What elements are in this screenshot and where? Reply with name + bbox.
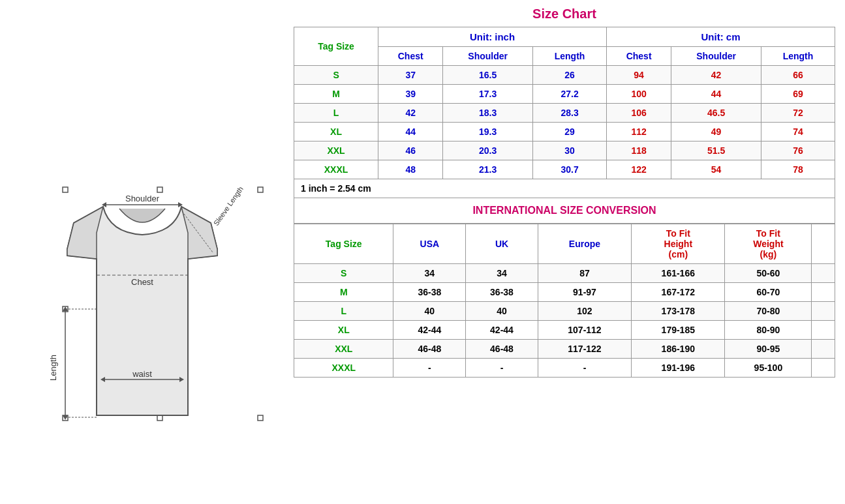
- conv-tag: XXL: [294, 340, 393, 359]
- conv-extra: [812, 283, 835, 302]
- size-cm-length: 78: [761, 160, 835, 179]
- inch-chest-header: Chest: [378, 47, 443, 66]
- size-row: XL 44 19.3 29 112 49 74: [294, 123, 835, 141]
- tshirt-svg: Sleeve Length Shoulder Chest waist Lengt…: [18, 60, 266, 445]
- size-inch-shoulder: 21.3: [443, 160, 533, 179]
- size-inch-length: 27.2: [533, 85, 607, 104]
- inch-length-header: Length: [533, 47, 607, 66]
- size-cm-length: 74: [761, 123, 835, 141]
- conv-usa: 42-44: [393, 321, 466, 340]
- conv-tag: XXXL: [294, 359, 393, 378]
- conv-height: 179-185: [632, 321, 725, 340]
- size-inch-chest: 44: [378, 123, 443, 141]
- conv-row: L 40 40 102 173-178 70-80: [294, 302, 835, 321]
- conversion-title: INTERNATIONAL SIZE CONVERSION: [294, 198, 835, 224]
- size-tag: S: [294, 66, 378, 85]
- tshirt-diagram-panel: Sleeve Length Shoulder Chest waist Lengt…: [0, 0, 284, 504]
- conv-height: 191-196: [632, 359, 725, 378]
- size-cm-chest: 122: [607, 160, 671, 179]
- size-inch-chest: 42: [378, 104, 443, 123]
- conv-uk: 46-48: [466, 340, 538, 359]
- size-inch-shoulder: 20.3: [443, 141, 533, 160]
- conv-weight: 50-60: [725, 264, 812, 283]
- conv-height: 173-178: [632, 302, 725, 321]
- size-row: XXXL 48 21.3 30.7 122 54 78: [294, 160, 835, 179]
- conv-height: 186-190: [632, 340, 725, 359]
- conv-extra: [812, 302, 835, 321]
- cm-shoulder-header: Shoulder: [671, 47, 761, 66]
- svg-rect-0: [63, 187, 68, 192]
- conv-europe: 107-112: [538, 321, 631, 340]
- conv-weight-header: To FitWeight(kg): [725, 224, 812, 264]
- conv-uk: -: [466, 359, 538, 378]
- conv-europe: 91-97: [538, 283, 631, 302]
- size-inch-shoulder: 19.3: [443, 123, 533, 141]
- conv-row: XXL 46-48 46-48 117-122 186-190 90-95: [294, 340, 835, 359]
- conv-europe: -: [538, 359, 631, 378]
- svg-rect-4: [157, 415, 162, 421]
- svg-rect-6: [258, 415, 263, 421]
- size-cm-shoulder: 49: [671, 123, 761, 141]
- conv-tag: XL: [294, 321, 393, 340]
- size-tag: XL: [294, 123, 378, 141]
- conv-usa: 40: [393, 302, 466, 321]
- svg-text:Shoulder: Shoulder: [125, 194, 159, 203]
- conv-weight: 95-100: [725, 359, 812, 378]
- size-row: S 37 16.5 26 94 42 66: [294, 66, 835, 85]
- conv-row: M 36-38 36-38 91-97 167-172 60-70: [294, 283, 835, 302]
- size-cm-shoulder: 44: [671, 85, 761, 104]
- size-cm-length: 66: [761, 66, 835, 85]
- conv-extra: [812, 359, 835, 378]
- conv-height-header: To FitHeight(cm): [632, 224, 725, 264]
- size-row: L 42 18.3 28.3 106 46.5 72: [294, 104, 835, 123]
- size-cm-chest: 94: [607, 66, 671, 85]
- conv-extra: [812, 340, 835, 359]
- conv-usa: 36-38: [393, 283, 466, 302]
- conv-uk: 34: [466, 264, 538, 283]
- size-inch-length: 30.7: [533, 160, 607, 179]
- size-chart-table: Tag Size Unit: inch Unit: cm Chest Shoul…: [294, 27, 835, 179]
- size-cm-chest: 118: [607, 141, 671, 160]
- conv-weight: 70-80: [725, 302, 812, 321]
- size-cm-shoulder: 46.5: [671, 104, 761, 123]
- size-inch-chest: 48: [378, 160, 443, 179]
- conv-weight: 90-95: [725, 340, 812, 359]
- svg-rect-3: [157, 187, 162, 192]
- size-tag: XXL: [294, 141, 378, 160]
- conv-tag: M: [294, 283, 393, 302]
- conv-row: XL 42-44 42-44 107-112 179-185 80-90: [294, 321, 835, 340]
- size-tag: M: [294, 85, 378, 104]
- size-inch-chest: 39: [378, 85, 443, 104]
- conv-extra: [812, 321, 835, 340]
- size-cm-shoulder: 54: [671, 160, 761, 179]
- size-chart-title: Size Chart: [294, 7, 835, 22]
- size-cm-chest: 100: [607, 85, 671, 104]
- conv-tag: S: [294, 264, 393, 283]
- size-inch-chest: 46: [378, 141, 443, 160]
- size-cm-length: 72: [761, 104, 835, 123]
- svg-rect-5: [258, 187, 263, 192]
- conv-uk: 36-38: [466, 283, 538, 302]
- conv-height: 167-172: [632, 283, 725, 302]
- svg-text:Sleeve Length: Sleeve Length: [211, 185, 244, 227]
- conv-usa-header: USA: [393, 224, 466, 264]
- size-inch-length: 29: [533, 123, 607, 141]
- unit-inch-header: Unit: inch: [378, 27, 607, 47]
- conversion-table: Tag Size USA UK Europe To FitHeight(cm) …: [294, 224, 835, 378]
- size-tag: XXXL: [294, 160, 378, 179]
- size-chart-panel: Size Chart Tag Size Unit: inch Unit: cm …: [284, 0, 845, 384]
- size-cm-shoulder: 42: [671, 66, 761, 85]
- conv-tag-size-header: Tag Size: [294, 224, 393, 264]
- conv-europe: 117-122: [538, 340, 631, 359]
- conv-uk: 42-44: [466, 321, 538, 340]
- size-inch-chest: 37: [378, 66, 443, 85]
- svg-text:Length: Length: [48, 355, 58, 381]
- conv-europe: 87: [538, 264, 631, 283]
- conv-europe: 102: [538, 302, 631, 321]
- cm-chest-header: Chest: [607, 47, 671, 66]
- conv-extra-header: [812, 224, 835, 264]
- size-inch-length: 28.3: [533, 104, 607, 123]
- conv-usa: 34: [393, 264, 466, 283]
- cm-length-header: Length: [761, 47, 835, 66]
- size-cm-length: 69: [761, 85, 835, 104]
